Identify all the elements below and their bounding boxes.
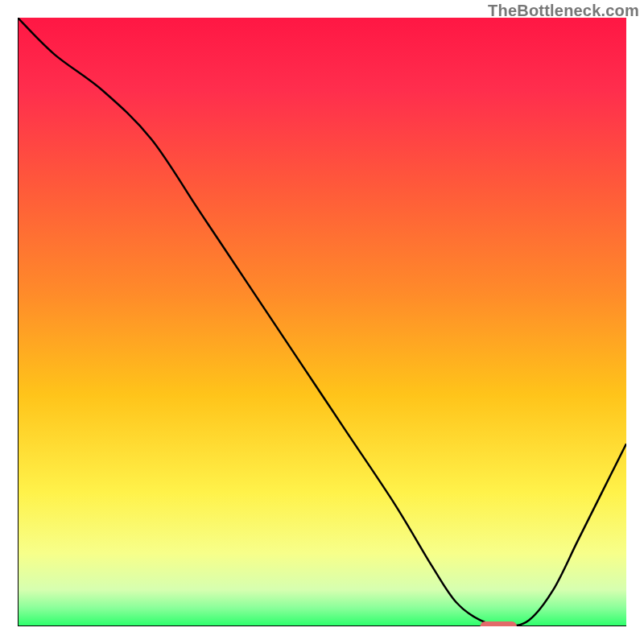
bottleneck-chart [18, 18, 626, 626]
optimum-marker [481, 621, 517, 626]
plot-background [18, 18, 626, 626]
chart-container: TheBottleneck.com [0, 0, 644, 644]
